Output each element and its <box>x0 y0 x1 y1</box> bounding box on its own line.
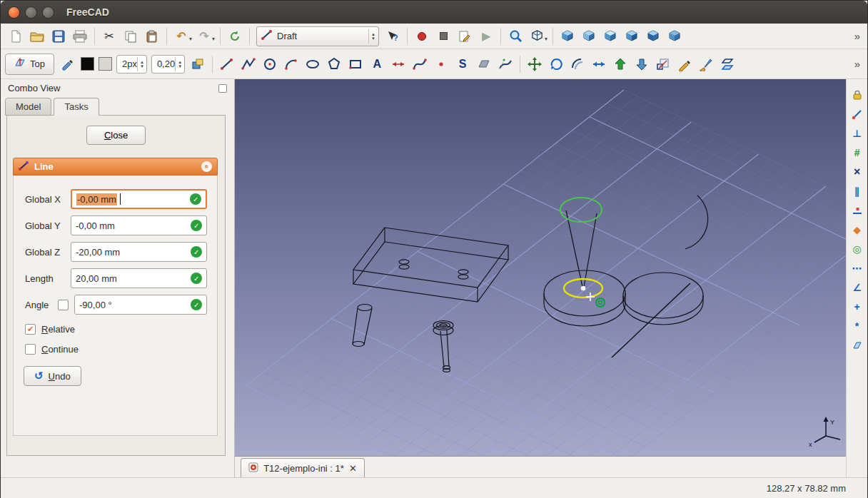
draft-rectangle-icon[interactable] <box>345 54 366 74</box>
snap-intersection-icon[interactable]: × <box>849 163 866 181</box>
toolbar-overflow-icon[interactable]: » <box>852 30 863 42</box>
macro-play-icon[interactable]: ▶ <box>475 26 497 46</box>
minimize-window-button[interactable] <box>25 6 37 19</box>
open-document-icon[interactable] <box>26 26 48 46</box>
line-width-spinbox[interactable]: 2px ▲▼ <box>116 55 147 73</box>
refresh-icon[interactable] <box>224 26 246 46</box>
draft-upgrade-icon[interactable] <box>610 54 631 74</box>
draft-dimension-icon[interactable] <box>388 54 409 74</box>
right-view-icon[interactable] <box>621 26 642 46</box>
draft-edit-icon[interactable] <box>674 54 695 74</box>
snap-dimensions-icon[interactable]: ⋯ <box>849 260 866 277</box>
tab-tasks[interactable]: Tasks <box>54 98 99 116</box>
draw-style-arrow-icon[interactable]: ▾ <box>545 36 547 42</box>
draft-downgrade-icon[interactable] <box>631 54 652 74</box>
global-z-label: Global Z <box>25 247 65 258</box>
draft-apply-style-icon[interactable] <box>695 54 717 74</box>
snap-midpoint-icon[interactable]: + <box>849 298 866 315</box>
draft-text-icon[interactable]: A <box>366 54 388 74</box>
line-width-arrows-icon[interactable]: ▲▼ <box>137 57 144 71</box>
maximize-window-button[interactable] <box>42 6 54 19</box>
angle-lock-checkbox[interactable] <box>58 300 69 310</box>
draft-shape2dview-icon[interactable] <box>717 54 738 74</box>
snap-perpendicular-icon[interactable]: ⊥ <box>849 125 866 142</box>
close-tab-icon[interactable]: ✕ <box>349 463 357 474</box>
toolbar-overflow-icon[interactable]: » <box>852 58 863 70</box>
close-task-button[interactable]: Close <box>86 126 146 145</box>
print-icon[interactable] <box>69 26 91 46</box>
draft-ellipse-icon[interactable] <box>302 54 323 74</box>
top-view-icon[interactable] <box>600 26 621 46</box>
global-z-input[interactable]: -20,00 mm ✓ <box>71 242 207 262</box>
draft-scale-icon[interactable] <box>652 54 674 74</box>
continue-checkbox[interactable] <box>25 344 36 355</box>
save-icon[interactable] <box>48 26 69 46</box>
draft-facebinder-icon[interactable] <box>473 54 495 74</box>
document-tab-label: T12-ejemplo-ini : 1* <box>263 463 344 474</box>
draft-polygon-icon[interactable] <box>323 54 345 74</box>
text-scale-spinbox[interactable]: 0,20 ▲▼ <box>151 55 185 73</box>
zoom-fit-icon[interactable] <box>505 26 526 46</box>
snap-center-icon[interactable]: ◎ <box>849 240 866 258</box>
global-z-row: Global Z -20,00 mm ✓ <box>25 242 207 262</box>
line-task-header[interactable]: Line « <box>13 158 218 176</box>
draft-move-icon[interactable] <box>524 54 545 74</box>
autogroup-icon[interactable] <box>187 54 208 74</box>
draft-rotate-icon[interactable] <box>545 54 567 74</box>
toolbar-separator <box>500 28 501 45</box>
cut-icon[interactable]: ✂ <box>99 26 120 46</box>
snap-grid-icon[interactable]: # <box>849 144 866 161</box>
draft-offset-icon[interactable] <box>567 54 588 74</box>
relative-checkbox[interactable] <box>25 324 36 335</box>
workbench-selector-arrows-icon[interactable]: ▲▼ <box>368 29 375 44</box>
snap-working-plane-icon[interactable] <box>849 337 866 354</box>
document-tab[interactable]: T12-ejemplo-ini : 1* ✕ <box>241 458 365 477</box>
working-plane-button[interactable]: Top <box>5 54 54 75</box>
paste-icon[interactable] <box>141 26 163 46</box>
bottom-view-icon[interactable] <box>664 26 685 46</box>
undo-button[interactable]: ↺ Undo <box>24 366 81 386</box>
workbench-selector[interactable]: Draft ▲▼ <box>256 26 379 46</box>
snap-special-icon[interactable]: ◆ <box>849 221 866 238</box>
face-color-swatch[interactable] <box>99 57 112 71</box>
angle-input[interactable]: -90,00 ° ✓ <box>74 295 207 315</box>
snap-angle-icon[interactable]: ∠ <box>849 279 866 296</box>
draft-trimex-icon[interactable] <box>588 54 610 74</box>
close-window-button[interactable] <box>8 6 20 19</box>
draft-wire-icon[interactable] <box>238 54 259 74</box>
snap-parallel-icon[interactable]: ∥ <box>849 183 866 200</box>
new-document-icon[interactable] <box>5 26 26 46</box>
undo-menu-arrow-icon[interactable]: ▾ <box>189 36 192 42</box>
redo-menu-arrow-icon[interactable]: ▾ <box>212 36 215 42</box>
draft-line-icon[interactable] <box>216 54 238 74</box>
draft-bspline-icon[interactable] <box>409 54 430 74</box>
draft-arc-icon[interactable] <box>281 54 302 74</box>
text-scale-arrows-icon[interactable]: ▲▼ <box>175 57 182 71</box>
global-x-input[interactable]: -0,00 mm ✓ <box>71 189 207 209</box>
rear-view-icon[interactable] <box>642 26 664 46</box>
draft-point-icon[interactable] <box>430 54 452 74</box>
collapse-section-icon[interactable]: « <box>201 161 212 172</box>
snap-lock-icon[interactable] <box>849 86 866 103</box>
draft-shapestring-icon[interactable]: S <box>452 54 473 74</box>
macro-stop-icon[interactable] <box>433 26 454 46</box>
macro-edit-icon[interactable] <box>454 26 475 46</box>
3d-viewport[interactable]: Y x <box>235 79 846 456</box>
draft-bezier-icon[interactable] <box>495 54 516 74</box>
global-x-value: -0,00 mm <box>76 193 117 205</box>
line-color-swatch[interactable] <box>81 57 94 71</box>
draft-circle-icon[interactable] <box>259 54 281 74</box>
snap-ortho-icon[interactable]: * <box>849 317 866 335</box>
copy-icon[interactable] <box>120 26 141 46</box>
snap-endpoint-icon[interactable] <box>849 106 866 123</box>
length-input[interactable]: 20,00 mm ✓ <box>71 268 207 288</box>
front-view-icon[interactable] <box>578 26 600 46</box>
set-style-icon[interactable] <box>57 54 79 74</box>
whats-this-icon[interactable]: ? <box>382 26 403 46</box>
panel-float-icon[interactable] <box>218 84 227 93</box>
tab-model[interactable]: Model <box>5 98 51 116</box>
global-y-input[interactable]: -0,00 mm ✓ <box>71 215 207 235</box>
axonometric-view-icon[interactable] <box>557 26 578 46</box>
macro-record-icon[interactable] <box>411 26 433 46</box>
snap-near-icon[interactable] <box>849 202 866 219</box>
